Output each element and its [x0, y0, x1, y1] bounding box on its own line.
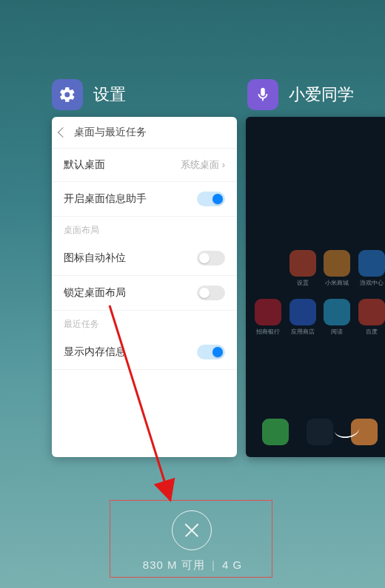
- microphone-icon: [255, 87, 271, 103]
- settings-panel-header[interactable]: 桌面与最近任务: [52, 117, 237, 149]
- messages-icon[interactable]: [307, 419, 333, 445]
- app-icon: [358, 299, 385, 325]
- phone-icon[interactable]: [262, 419, 289, 445]
- settings-row-value: 系统桌面 ›: [181, 158, 225, 172]
- recents-card-xiaoai[interactable]: 设置小米商城游戏中心招商银行应用商店阅读百度: [246, 117, 385, 457]
- back-chevron-icon[interactable]: [58, 127, 68, 138]
- home-app[interactable]: 小米商城: [324, 250, 350, 287]
- toggle-switch[interactable]: [197, 192, 225, 206]
- settings-row[interactable]: 默认桌面系统桌面 ›: [52, 149, 237, 182]
- settings-app-icon: [52, 79, 83, 110]
- settings-row[interactable]: 图标自动补位: [52, 241, 237, 276]
- settings-section-header: 桌面布局: [52, 217, 237, 241]
- toggle-knob-icon: [212, 194, 223, 204]
- settings-panel-title: 桌面与最近任务: [74, 126, 147, 139]
- app-label: 招商银行: [256, 328, 280, 336]
- home-app[interactable]: 设置: [289, 250, 316, 287]
- toggle-knob-icon: [199, 253, 210, 263]
- app-icon: [289, 299, 316, 325]
- app-icon: [358, 250, 385, 277]
- toggle-knob-icon: [199, 288, 210, 298]
- app-icon: [324, 250, 350, 277]
- settings-row-label: 开启桌面信息助手: [64, 192, 147, 206]
- app-icon: [255, 299, 281, 325]
- settings-section-header: 最近任务: [52, 311, 237, 335]
- phone-dock: [246, 419, 385, 445]
- recents-card-settings[interactable]: 桌面与最近任务 默认桌面系统桌面 ›开启桌面信息助手桌面布局图标自动补位锁定桌面…: [52, 117, 237, 457]
- settings-row-label: 显示内存信息: [64, 345, 126, 359]
- toggle-switch[interactable]: [197, 285, 225, 300]
- app-label: 游戏中心: [360, 279, 384, 287]
- memory-status-text: 830 M 可用 | 4 G: [0, 558, 385, 572]
- clear-all-recents-button[interactable]: [172, 510, 212, 550]
- recents-card-title: 小爱同学: [289, 84, 354, 106]
- home-app[interactable]: 阅读: [324, 299, 350, 336]
- settings-row-label: 图标自动补位: [64, 251, 126, 265]
- home-app[interactable]: 招商银行: [255, 299, 281, 336]
- toggle-switch[interactable]: [197, 251, 225, 266]
- recents-card-header-settings[interactable]: 设置: [52, 79, 126, 110]
- home-app[interactable]: 游戏中心: [358, 250, 385, 287]
- toggle-knob-icon: [212, 347, 223, 357]
- home-app[interactable]: 百度: [358, 299, 385, 336]
- gear-icon: [58, 86, 76, 104]
- recents-card-header-xiaoai[interactable]: 小爱同学: [247, 79, 354, 110]
- home-app[interactable]: 应用商店: [289, 299, 316, 336]
- settings-row-label: 锁定桌面布局: [64, 286, 126, 300]
- toggle-switch[interactable]: [197, 345, 225, 359]
- settings-row[interactable]: 开启桌面信息助手: [52, 182, 237, 217]
- app-label: 设置: [297, 279, 309, 287]
- xiaoai-app-icon: [247, 79, 278, 110]
- memory-available: 830 M 可用: [143, 558, 205, 571]
- app-label: 百度: [366, 328, 378, 336]
- settings-row[interactable]: 锁定桌面布局: [52, 276, 237, 311]
- app-icon: [324, 299, 350, 325]
- settings-row[interactable]: 显示内存信息: [52, 335, 237, 370]
- settings-row-label: 默认桌面: [64, 158, 105, 172]
- memory-total: 4 G: [222, 558, 242, 571]
- recents-card-title: 设置: [93, 84, 126, 106]
- app-label: 小米商城: [325, 279, 349, 287]
- app-icon: [289, 250, 316, 277]
- app-label: 阅读: [331, 328, 343, 336]
- app-label: 应用商店: [291, 328, 315, 336]
